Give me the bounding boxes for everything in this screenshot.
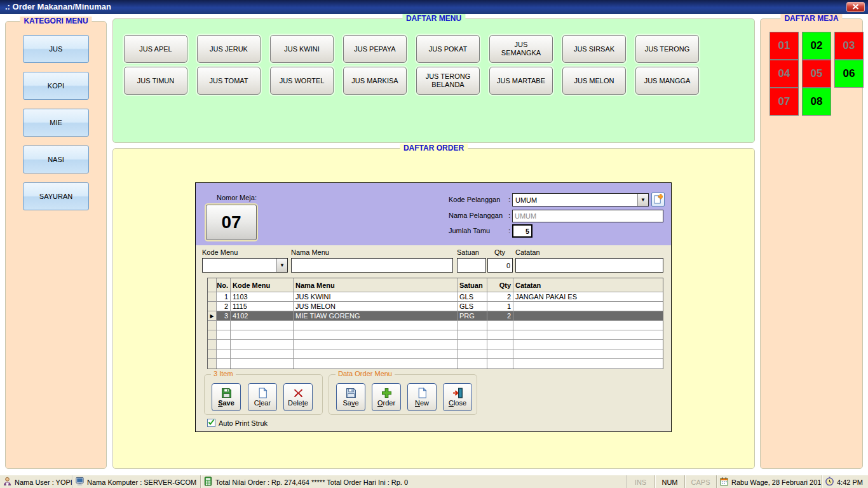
table-tile-08[interactable]: 08	[802, 88, 831, 116]
grid-data-row[interactable]: 21115JUS MELONGLS1	[208, 302, 663, 311]
status-caps: CAPS	[684, 475, 716, 488]
item-clear-button[interactable]: Clear	[248, 383, 277, 411]
title-bar: .: Order Makanan/Minuman	[0, 0, 868, 14]
nomor-meja-label: Nomor Meja:	[217, 194, 257, 201]
menu-button-jus-semangka[interactable]: JUS SEMANGKA	[489, 35, 553, 63]
order-menu-close-button[interactable]: Close	[443, 383, 472, 411]
nama-pelanggan-colon: :	[508, 212, 510, 219]
nama-pelanggan-field[interactable]	[512, 210, 663, 222]
grid-empty-row[interactable]	[208, 340, 663, 349]
grid-cell: Catatan	[513, 278, 663, 292]
category-button-nasi[interactable]: NASI	[23, 146, 89, 173]
grid-empty-row[interactable]	[208, 321, 663, 330]
menu-button-jus-mangga[interactable]: JUS MANGGA	[635, 67, 699, 95]
category-button-jus[interactable]: JUS	[23, 35, 89, 63]
order-menu-new-button[interactable]: New	[407, 383, 437, 411]
chevron-down-icon[interactable]: ▼	[276, 259, 287, 272]
grid-cell	[513, 359, 663, 369]
kode-menu-combobox[interactable]: ▼	[202, 258, 288, 273]
catatan-label: Catatan	[515, 248, 540, 256]
order-menu-save-button[interactable]: Save	[336, 383, 365, 411]
qty-field[interactable]	[487, 258, 513, 273]
grid-cell	[458, 340, 487, 349]
grid-empty-row[interactable]	[208, 349, 663, 359]
table-tile-02[interactable]: 02	[802, 32, 831, 60]
window-title: .: Order Makanan/Minuman	[0, 0, 111, 14]
grid-cell	[294, 340, 458, 349]
grid-cell	[217, 330, 231, 339]
menu-button-jus-terong-belanda[interactable]: JUS TERONG BELANDA	[416, 67, 480, 95]
status-computer: Nama Komputer : SERVER-GCOM	[72, 475, 200, 488]
grid-cell	[487, 359, 513, 369]
grid-cell	[294, 330, 458, 339]
menu-button-jus-pokat[interactable]: JUS POKAT	[416, 35, 480, 63]
grid-cell	[513, 321, 663, 330]
order-group-box: Data Order Menu SaveOrderNewClose	[329, 374, 477, 415]
grid-data-row[interactable]: 11103JUS KWINIGLS2JANGAN PAKAI ES	[208, 292, 663, 302]
floppy-blue-icon	[346, 388, 356, 398]
row-selector-cell	[208, 359, 217, 369]
grid-empty-row[interactable]	[208, 359, 663, 369]
category-button-sayuran[interactable]: SAYURAN	[23, 182, 89, 210]
order-menu-save-label: Save	[342, 399, 358, 407]
daftar-meja-grid: 0102030405060708	[761, 19, 862, 116]
grid-header-row[interactable]: No.Kode MenuNama MenuSatuanQtyCatatan	[208, 278, 663, 292]
grid-data-row[interactable]: ▶34102MIE TIAW GORENGPRG2	[208, 311, 663, 321]
grid-cell: Qty	[487, 278, 513, 292]
table-tile-04[interactable]: 04	[770, 60, 799, 88]
menu-button-jus-kwini[interactable]: JUS KWINI	[270, 35, 334, 63]
satuan-field[interactable]	[457, 258, 486, 273]
menu-button-jus-terong[interactable]: JUS TERONG	[635, 35, 699, 63]
table-tile-05[interactable]: 05	[802, 60, 831, 88]
grid-cell	[487, 330, 513, 339]
menu-button-jus-martabe[interactable]: JUS MARTABE	[489, 67, 553, 95]
daftar-menu-list: JUS APELJUS JERUKJUS KWINIJUS PEPAYAJUS …	[113, 19, 754, 95]
kategori-menu-list: JUSKOPIMIENASISAYURAN	[6, 22, 106, 210]
menu-button-jus-timun[interactable]: JUS TIMUN	[124, 67, 187, 95]
table-tile-07[interactable]: 07	[770, 88, 799, 116]
grid-cell	[513, 311, 663, 320]
order-menu-order-button[interactable]: Order	[372, 383, 401, 411]
menu-button-jus-melon[interactable]: JUS MELON	[562, 67, 626, 95]
checkmark-icon	[208, 419, 215, 427]
row-selector-cell	[208, 278, 217, 292]
auto-print-checkbox[interactable]	[207, 419, 215, 427]
nama-menu-field[interactable]	[291, 258, 453, 273]
grid-cell: 2	[217, 302, 231, 311]
item-delete-button[interactable]: Delete	[283, 383, 313, 411]
menu-button-jus-apel[interactable]: JUS APEL	[124, 35, 187, 63]
daftar-order-panel: DAFTAR ORDER Nomor Meja: 07 Kode Pelangg…	[112, 148, 755, 469]
kode-pelanggan-combobox[interactable]: UMUM ▼	[512, 193, 649, 207]
grid-cell	[217, 359, 231, 369]
computer-icon	[75, 477, 85, 487]
menu-button-jus-sirsak[interactable]: JUS SIRSAK	[562, 35, 626, 63]
item-save-button[interactable]: Save	[212, 383, 241, 411]
clock-icon	[825, 477, 834, 487]
grid-cell	[231, 359, 294, 369]
category-button-kopi[interactable]: KOPI	[23, 72, 89, 100]
menu-button-jus-markisa[interactable]: JUS MARKISA	[343, 67, 407, 95]
nomor-meja-button[interactable]: 07	[206, 205, 257, 240]
daftar-meja-title: DAFTAR MEJA	[780, 14, 842, 23]
menu-button-jus-tomat[interactable]: JUS TOMAT	[197, 67, 261, 95]
catatan-field[interactable]	[515, 258, 663, 273]
grid-cell: MIE TIAW GORENG	[294, 311, 458, 320]
menu-button-jus-jeruk[interactable]: JUS JERUK	[197, 35, 261, 63]
jumlah-tamu-field[interactable]	[512, 224, 532, 238]
category-button-mie[interactable]: MIE	[23, 109, 89, 137]
daftar-order-title: DAFTAR ORDER	[400, 144, 468, 152]
kode-pelanggan-colon: :	[508, 196, 510, 203]
table-tile-03[interactable]: 03	[834, 32, 864, 60]
close-button[interactable]	[846, 2, 865, 12]
row-selector-cell	[208, 330, 217, 339]
auto-print-label: Auto Print Struk	[219, 419, 268, 427]
grid-cell: Kode Menu	[231, 278, 294, 292]
table-tile-01[interactable]: 01	[770, 32, 799, 60]
table-tile-06[interactable]: 06	[834, 60, 864, 88]
menu-button-jus-wortel[interactable]: JUS WORTEL	[270, 67, 334, 95]
menu-button-jus-pepaya[interactable]: JUS PEPAYA	[343, 35, 407, 63]
chevron-down-icon[interactable]: ▼	[637, 194, 648, 206]
new-customer-button[interactable]	[651, 193, 665, 207]
grid-empty-row[interactable]	[208, 330, 663, 340]
order-menu-order-label: Order	[377, 399, 395, 407]
